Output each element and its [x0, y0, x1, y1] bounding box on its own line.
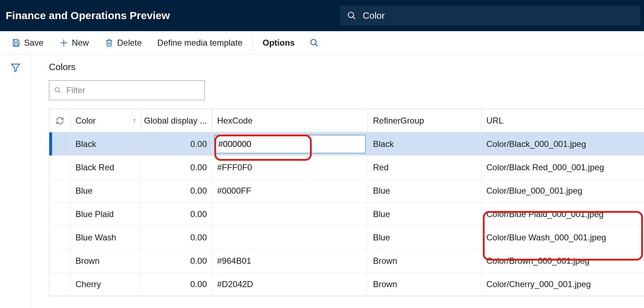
- cell-refiner-group[interactable]: Brown: [368, 273, 481, 296]
- refresh-icon: [56, 116, 64, 125]
- cell-global-display[interactable]: 0.00: [141, 203, 212, 226]
- cell-color[interactable]: Blue Wash: [70, 226, 141, 249]
- app-title: Finance and Operations Preview: [4, 10, 340, 22]
- row-marker[interactable]: [49, 132, 70, 155]
- cell-url[interactable]: Color/Blue_000_001.jpeg: [481, 179, 644, 202]
- svg-point-0: [348, 12, 354, 17]
- save-button[interactable]: Save: [4, 31, 51, 54]
- cell-url[interactable]: Color/Black_000_001.jpeg: [481, 132, 644, 155]
- page-title: Colors: [49, 62, 644, 73]
- column-header-refiner-group[interactable]: RefinerGroup: [368, 109, 481, 132]
- cell-refiner-group[interactable]: Black: [368, 132, 481, 155]
- svg-point-9: [55, 87, 60, 92]
- grid-body: Black0.00BlackColor/Black_000_001.jpegBl…: [49, 132, 644, 296]
- cell-color[interactable]: Black Red: [70, 156, 141, 179]
- cell-color[interactable]: Cherry: [70, 273, 141, 296]
- cell-color[interactable]: Brown: [70, 249, 141, 272]
- cell-hexcode[interactable]: #964B01: [212, 249, 368, 272]
- cell-refiner-group[interactable]: Blue: [368, 179, 481, 202]
- cell-url[interactable]: Color/Cherry_000_001.jpeg: [481, 273, 644, 296]
- sort-asc-icon: ↑: [132, 116, 136, 125]
- search-icon: [54, 86, 61, 94]
- row-marker[interactable]: [49, 249, 70, 272]
- global-search[interactable]: [340, 6, 640, 25]
- row-marker[interactable]: [49, 273, 70, 296]
- new-button[interactable]: New: [51, 31, 97, 54]
- colors-grid: Color ↑ Global display ... HexCode Refin…: [49, 109, 644, 296]
- table-row[interactable]: Black0.00BlackColor/Black_000_001.jpeg: [49, 132, 644, 156]
- cell-hexcode[interactable]: [212, 226, 368, 249]
- trash-icon: [104, 38, 114, 47]
- cell-refiner-group[interactable]: Brown: [368, 249, 481, 272]
- quick-filter[interactable]: [49, 80, 205, 100]
- action-bar: Save New Delete Define media template Op…: [0, 31, 644, 55]
- quick-filter-input[interactable]: [66, 85, 199, 95]
- new-label: New: [72, 38, 89, 48]
- cell-global-display[interactable]: 0.00: [141, 132, 212, 155]
- delete-label: Delete: [117, 38, 142, 48]
- cell-refiner-group[interactable]: Blue: [368, 203, 481, 226]
- left-rail: [0, 55, 31, 308]
- main-pane: Colors Color ↑ Global d: [31, 55, 644, 308]
- column-label-hexcode: HexCode: [217, 116, 253, 126]
- options-label: Options: [262, 38, 295, 48]
- column-label-refiner: RefinerGroup: [373, 116, 424, 126]
- column-header-hexcode[interactable]: HexCode: [212, 109, 368, 132]
- column-label-color: Color: [75, 116, 96, 126]
- column-header-color[interactable]: Color ↑: [70, 109, 141, 132]
- cell-url[interactable]: Color/Blue Wash_000_001.jpeg: [481, 226, 644, 249]
- plus-icon: [59, 38, 68, 47]
- app-header: Finance and Operations Preview: [0, 0, 644, 31]
- cell-global-display[interactable]: 0.00: [141, 273, 212, 296]
- options-button[interactable]: Options: [255, 31, 303, 54]
- cell-hexcode[interactable]: [212, 132, 368, 155]
- save-label: Save: [24, 38, 44, 48]
- refresh-header[interactable]: [49, 109, 70, 132]
- search-icon: [347, 11, 356, 20]
- cell-color[interactable]: Blue Plaid: [70, 203, 141, 226]
- row-marker[interactable]: [49, 226, 70, 249]
- table-row[interactable]: Blue Plaid0.00BlueColor/Blue Plaid_000_0…: [49, 203, 644, 226]
- cell-hexcode[interactable]: #D2042D: [212, 273, 368, 296]
- table-row[interactable]: Blue Wash0.00BlueColor/Blue Wash_000_001…: [49, 226, 644, 249]
- table-row[interactable]: Black Red0.00#FFF0F0RedColor/Black Red_0…: [49, 156, 644, 179]
- hexcode-cell-input[interactable]: [214, 135, 366, 153]
- cell-global-display[interactable]: 0.00: [141, 249, 212, 272]
- column-label-global: Global display ...: [144, 116, 207, 126]
- filter-pane-toggle[interactable]: [10, 62, 21, 308]
- cell-url[interactable]: Color/Blue Plaid_000_001.jpeg: [481, 203, 644, 226]
- save-icon: [11, 38, 21, 47]
- cell-hexcode[interactable]: [212, 203, 368, 226]
- row-marker[interactable]: [49, 179, 70, 202]
- svg-rect-2: [15, 43, 18, 46]
- cell-global-display[interactable]: 0.00: [141, 226, 212, 249]
- cell-url[interactable]: Color/Black Red_000_001.jpeg: [481, 156, 644, 179]
- cell-color[interactable]: Blue: [70, 179, 141, 202]
- define-media-template-button[interactable]: Define media template: [149, 31, 250, 54]
- svg-line-8: [315, 44, 318, 46]
- column-header-url[interactable]: URL: [481, 109, 644, 132]
- svg-point-7: [311, 39, 316, 45]
- find-button[interactable]: [303, 31, 326, 54]
- cell-hexcode[interactable]: #0000FF: [212, 179, 368, 202]
- separator: [252, 35, 253, 51]
- table-row[interactable]: Blue0.00#0000FFBlueColor/Blue_000_001.jp…: [49, 179, 644, 203]
- cell-url[interactable]: Color/Brown_000_001.jpeg: [481, 249, 644, 272]
- cell-global-display[interactable]: 0.00: [141, 156, 212, 179]
- table-row[interactable]: Cherry0.00#D2042DBrownColor/Cherry_000_0…: [49, 273, 644, 296]
- cell-color[interactable]: Black: [70, 132, 141, 155]
- global-search-input[interactable]: [363, 10, 633, 21]
- column-label-url: URL: [486, 116, 503, 126]
- funnel-icon: [10, 62, 21, 73]
- row-marker[interactable]: [49, 203, 70, 226]
- svg-line-10: [59, 91, 61, 93]
- cell-global-display[interactable]: 0.00: [141, 179, 212, 202]
- table-row[interactable]: Brown0.00#964B01BrownColor/Brown_000_001…: [49, 249, 644, 273]
- cell-refiner-group[interactable]: Blue: [368, 226, 481, 249]
- delete-button[interactable]: Delete: [97, 31, 149, 54]
- cell-hexcode[interactable]: #FFF0F0: [212, 156, 368, 179]
- row-marker[interactable]: [49, 156, 70, 179]
- cell-refiner-group[interactable]: Red: [368, 156, 481, 179]
- define-media-label: Define media template: [157, 38, 242, 48]
- column-header-global-display[interactable]: Global display ...: [141, 109, 212, 132]
